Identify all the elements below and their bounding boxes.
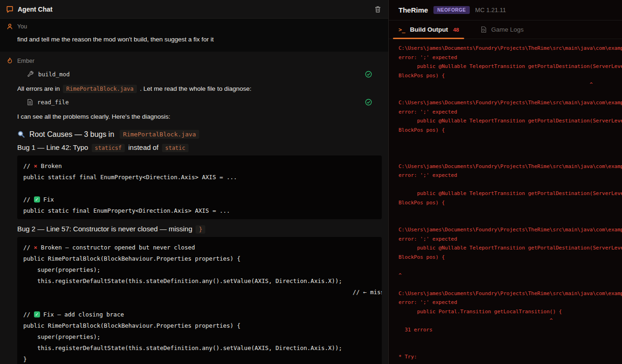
tab-build-output[interactable]: >_ Build Output 48: [399, 26, 459, 33]
tool-call-read-file[interactable]: read_file: [27, 97, 382, 107]
check-circle-icon: [365, 71, 372, 78]
bug1-heading: Bug 1 — Line 42: Typo staticsf instead o…: [17, 143, 382, 151]
agent-chat-panel: Agent Chat You find and tell me the reas…: [0, 0, 389, 364]
project-header: TheRime NEOFORGE MC 1.21.11: [389, 0, 622, 20]
agent-paragraph: All errors are in RimePortalBlock.java .…: [17, 85, 382, 92]
text-segment: Root Causes — 3 bugs in: [29, 130, 114, 139]
code-line: [23, 298, 382, 309]
chat-title: Agent Chat: [18, 6, 53, 13]
build-panel: TheRime NEOFORGE MC 1.21.11 >_ Build Out…: [389, 0, 622, 364]
check-circle-icon: [365, 99, 372, 106]
inline-code-chip: }: [196, 225, 205, 234]
diagnosis-heading: Root Causes — 3 bugs in RimePortalBlock.…: [17, 130, 382, 139]
magnifier-icon: [17, 130, 25, 138]
tab-bar: >_ Build Output 48 Game Logs: [389, 20, 622, 39]
active-tab-underline: [393, 38, 464, 39]
bug2-code-lines: // × Broken — constructor opened but nev…: [23, 242, 382, 364]
agent-role-label: Ember: [17, 58, 34, 64]
user-role-label: You: [17, 23, 27, 30]
diagnosis-heading-text: Root Causes — 3 bugs in RimePortalBlock.…: [29, 130, 201, 139]
check-icon: ✓: [34, 311, 40, 317]
build-output-terminal[interactable]: C:\Users\james\Documents\Foundry\Project…: [389, 39, 622, 364]
terminal-icon: >_: [399, 27, 405, 33]
tool-call-build-mod[interactable]: build_mod: [27, 69, 382, 79]
chat-bubble-icon: [6, 6, 14, 13]
code-line: // × Broken — constructor opened but nev…: [23, 242, 382, 253]
code-line: this.registerDefaultState(this.stateDefi…: [23, 276, 382, 287]
user-message-text: find and tell me the reason the mod won'…: [17, 36, 382, 43]
text-segment: Bug 1 — Line 42: Typo: [17, 143, 90, 151]
file-icon: [27, 99, 33, 106]
text-segment: instead of: [126, 143, 160, 151]
code-line: public static final EnumProperty<Directi…: [23, 205, 382, 216]
tab-label: Build Output: [410, 26, 448, 33]
code-line: super(properties);: [23, 331, 382, 343]
game-logs-icon: [480, 26, 487, 33]
code-line: }: [23, 354, 382, 364]
terminal-output: C:\Users\james\Documents\Foundry\Project…: [399, 44, 622, 362]
code-line: super(properties);: [23, 264, 382, 276]
app-window: Agent Chat You find and tell me the reas…: [0, 0, 622, 364]
wrench-icon: [27, 71, 34, 78]
user-role-row: You: [7, 23, 382, 30]
check-icon: ✓: [34, 196, 40, 202]
code-line: // ← missing }: [23, 287, 382, 298]
text-segment: Bug 2 — Line 57: Constructor is never cl…: [17, 225, 194, 233]
code-line: public staticsf final EnumProperty<Direc…: [23, 172, 382, 183]
text-segment: All errors are in: [17, 85, 61, 92]
inline-code-chip: static: [162, 144, 189, 152]
code-line: // ✓ Fix — add closing brace: [23, 309, 382, 320]
loader-badge: NEOFORGE: [433, 6, 469, 14]
cross-icon: ×: [34, 244, 38, 251]
tool-name: read_file: [37, 99, 69, 106]
code-line: [23, 183, 382, 194]
code-line: public RimePortalBlock(BlockBehaviour.Pr…: [23, 320, 382, 331]
flame-icon: [7, 57, 13, 64]
bug2-code-block: // × Broken — constructor opened but nev…: [17, 237, 382, 364]
bug2-heading: Bug 2 — Line 57: Constructor is never cl…: [17, 225, 382, 233]
code-line: public RimePortalBlock(BlockBehaviour.Pr…: [23, 253, 382, 264]
text-segment: . Let me read the whole file to diagnose…: [138, 85, 251, 92]
bug1-code-block: // × Brokenpublic staticsf final EnumPro…: [17, 155, 382, 219]
clear-chat-button[interactable]: [373, 5, 382, 14]
user-icon: [7, 23, 13, 30]
code-line: // ✓ Fix: [23, 194, 382, 205]
error-count-badge: 48: [453, 27, 459, 33]
agent-paragraph: I can see all the problems clearly. Here…: [17, 113, 382, 120]
inline-code-chip: staticsf: [92, 144, 125, 152]
tool-name: build_mod: [38, 71, 70, 78]
code-line: // × Broken: [23, 161, 382, 172]
code-line: this.registerDefaultState(this.stateDefi…: [23, 343, 382, 354]
inline-code-chip: RimePortalBlock.java: [120, 130, 199, 139]
mc-version: MC 1.21.11: [475, 7, 506, 13]
user-message: You find and tell me the reason the mod …: [0, 19, 388, 52]
agent-role-row: Ember: [7, 57, 382, 64]
tab-game-logs[interactable]: Game Logs: [480, 26, 524, 33]
trash-icon: [374, 6, 381, 13]
chat-header: Agent Chat: [0, 0, 388, 19]
inline-code-chip: RimePortalBlock.java: [63, 85, 137, 93]
agent-message: Ember build_mod All errors are in RimePo…: [0, 52, 388, 364]
project-name: TheRime: [399, 6, 428, 14]
tab-label: Game Logs: [491, 26, 524, 33]
cross-icon: ×: [34, 162, 38, 169]
